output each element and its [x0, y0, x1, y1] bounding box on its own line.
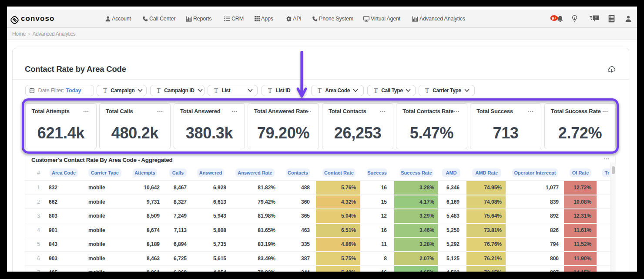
svg-text:9+: 9+	[552, 16, 557, 20]
